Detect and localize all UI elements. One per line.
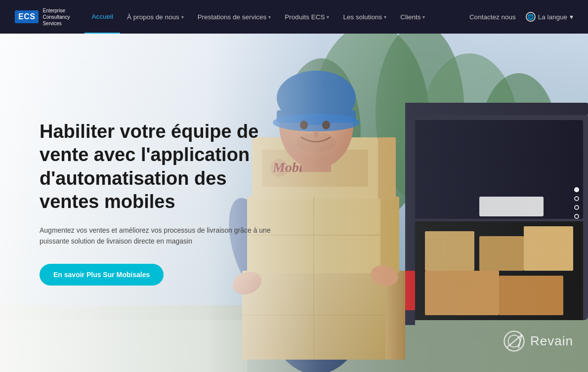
slide-dot-3[interactable] xyxy=(574,205,579,210)
nav-item-solutions[interactable]: Les solutions ▾ xyxy=(336,0,393,34)
chevron-down-icon: ▾ xyxy=(384,14,386,20)
globe-icon: 🌐 xyxy=(526,12,536,22)
hero-content: Habiliter votre équipe de vente avec l'a… xyxy=(0,34,321,372)
nav-item-clients[interactable]: Clients ▾ xyxy=(393,0,432,34)
nav-item-produits[interactable]: Produits ECS ▾ xyxy=(278,0,336,34)
logo-abbr: ECS xyxy=(15,10,39,23)
hero-section: Mobisales xyxy=(0,34,588,372)
revain-icon xyxy=(503,330,525,352)
slide-dots xyxy=(574,187,579,219)
slide-dot-1[interactable] xyxy=(574,187,579,192)
hero-title: Habiliter votre équipe de vente avec l'a… xyxy=(40,120,282,214)
chevron-down-icon: ▾ xyxy=(268,14,271,20)
revain-watermark: Revain xyxy=(503,330,573,352)
revain-label: Revain xyxy=(530,333,573,349)
nav-item-prestations[interactable]: Prestations de services ▾ xyxy=(191,0,278,34)
chevron-down-icon: ▾ xyxy=(570,13,573,21)
chevron-down-icon: ▾ xyxy=(181,14,184,20)
nav-language[interactable]: 🌐 La langue ▾ xyxy=(526,12,573,22)
nav-links: Accueil À propos de nous ▾ Prestations d… xyxy=(84,0,462,34)
logo[interactable]: ECS Enterprise Consultancy Services xyxy=(15,7,70,27)
chevron-down-icon: ▾ xyxy=(327,14,329,20)
chevron-down-icon: ▾ xyxy=(422,14,425,20)
slide-dot-2[interactable] xyxy=(574,196,579,201)
logo-text: Enterprise Consultancy Services xyxy=(42,7,70,27)
nav-right: Contactez nous 🌐 La langue ▾ xyxy=(462,12,573,22)
hero-subtitle: Augmentez vos ventes et améliorez vos pr… xyxy=(40,225,282,247)
navbar: ECS Enterprise Consultancy Services Accu… xyxy=(0,0,588,34)
nav-contact[interactable]: Contactez nous xyxy=(462,13,523,21)
slide-dot-4[interactable] xyxy=(574,214,579,219)
nav-item-apropos[interactable]: À propos de nous ▾ xyxy=(120,0,191,34)
nav-item-accueil[interactable]: Accueil xyxy=(84,0,120,34)
hero-cta-button[interactable]: En savoir Plus Sur Mobisales xyxy=(40,264,164,286)
